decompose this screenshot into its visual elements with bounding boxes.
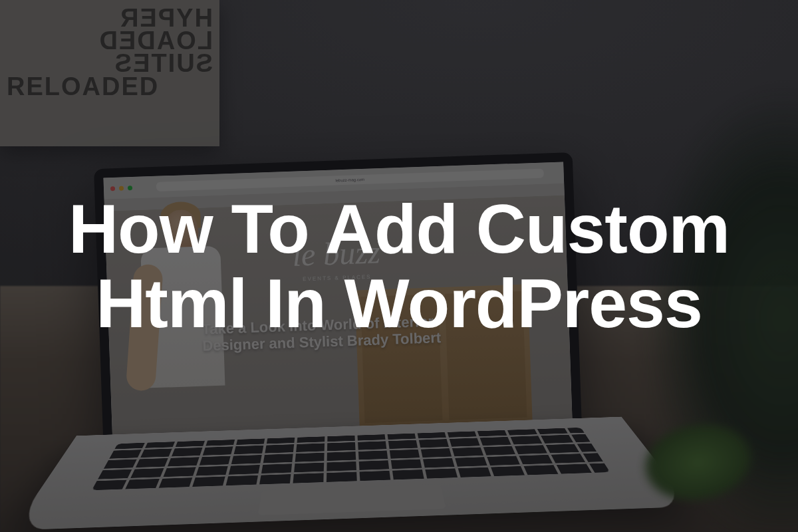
- page-title: How To Add Custom Html In WordPress: [27, 192, 771, 341]
- title-overlay: How To Add Custom Html In WordPress: [0, 0, 798, 532]
